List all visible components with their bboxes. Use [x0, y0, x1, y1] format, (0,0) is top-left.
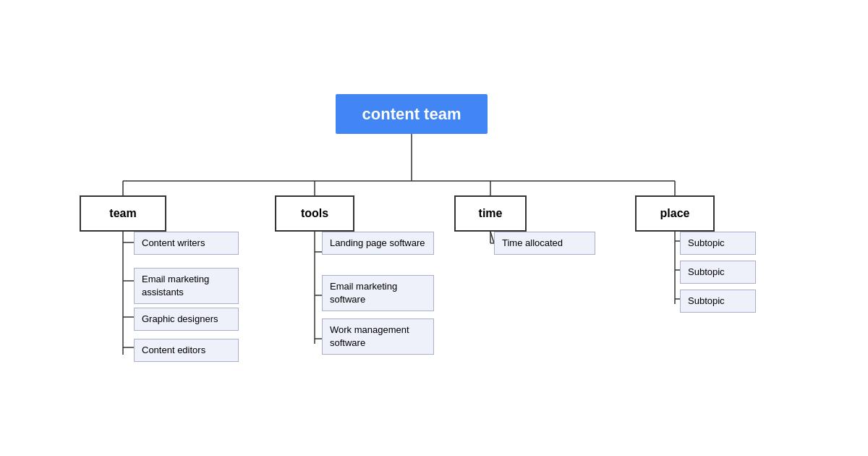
- root-label: content team: [362, 105, 461, 124]
- place-leaf-1: Subtopic: [680, 232, 756, 255]
- team-leaf-email-marketing-assistants: Email marketing assistants: [134, 268, 239, 304]
- place-leaf-3: Subtopic: [680, 290, 756, 313]
- team-leaf-content-editors: Content editors: [134, 339, 239, 362]
- team-branch-label: team: [109, 207, 136, 220]
- team-leaf-content-writers: Content writers: [134, 232, 239, 255]
- tools-leaf-landing-page: Landing page software: [322, 232, 434, 255]
- tools-branch-label: tools: [301, 207, 328, 220]
- team-leaf-graphic-designers: Graphic designers: [134, 308, 239, 331]
- tools-leaf-email-marketing: Email marketing software: [322, 275, 434, 311]
- place-branch: place: [635, 195, 715, 232]
- mind-map-diagram: content team team tools time place Conte…: [0, 0, 868, 456]
- time-branch-label: time: [479, 207, 503, 220]
- tools-branch: tools: [275, 195, 354, 232]
- tools-leaf-work-management: Work management software: [322, 318, 434, 355]
- place-branch-label: place: [660, 207, 690, 220]
- time-branch: time: [454, 195, 527, 232]
- root-node: content team: [336, 94, 488, 134]
- team-branch: team: [80, 195, 166, 232]
- place-leaf-2: Subtopic: [680, 261, 756, 284]
- time-leaf-allocated: Time allocated: [494, 232, 595, 255]
